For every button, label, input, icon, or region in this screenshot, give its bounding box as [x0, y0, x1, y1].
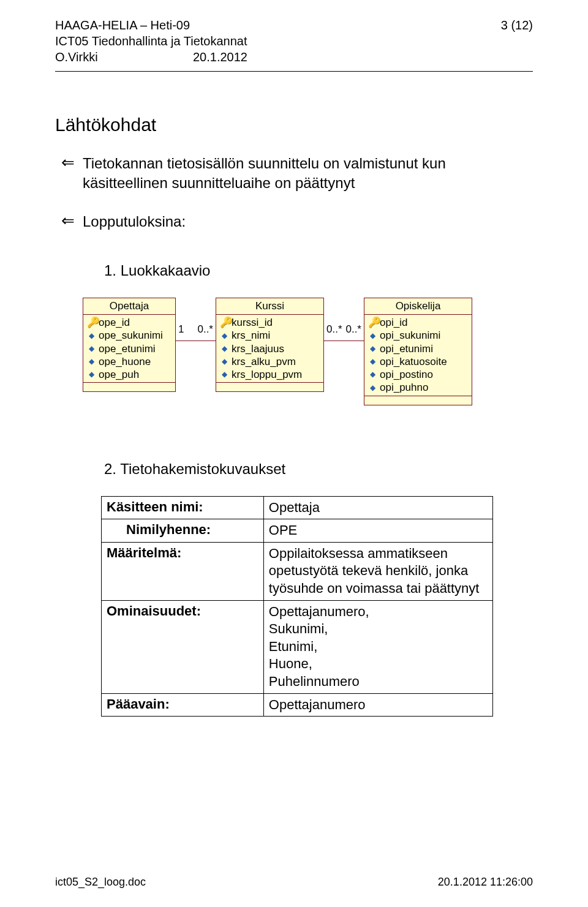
uml-attr-name: krs_alku_pvm — [232, 355, 296, 368]
def-label: Käsitteen nimi: — [102, 496, 264, 519]
uml-class-diagram: Opettaja 🔑 ope_id ◆ope_sukunimi ◆ope_etu… — [55, 298, 533, 405]
uml-attr-name: kurssi_id — [232, 316, 273, 329]
bullet-item: ⇐ Tietokannan tietosisällön suunnittelu … — [83, 154, 533, 194]
uml-attr-name: krs_laajuus — [232, 342, 284, 355]
page-footer: ict05_S2_loog.doc 20.1.2012 11:26:00 — [55, 876, 533, 889]
uml-class-title: Kurssi — [216, 298, 323, 315]
page-header: HAAGA-HELIA – Heti-09 3 (12) ICT05 Tiedo… — [55, 17, 533, 72]
uml-attr: ◆krs_laajuus — [219, 342, 321, 355]
table-row: Nimilyhenne: OPE — [102, 519, 493, 543]
arrow-left-icon: ⇐ — [61, 210, 75, 231]
uml-attr-key: 🔑 opi_id — [367, 316, 469, 329]
uml-attr-name: opi_id — [380, 316, 407, 329]
footer-timestamp: 20.1.2012 11:26:00 — [438, 876, 533, 889]
uml-attr-name: krs_loppu_pvm — [232, 368, 302, 381]
def-label: Määritelmä: — [102, 542, 264, 600]
uml-attr: ◆krs_loppu_pvm — [219, 368, 321, 381]
uml-attr-key: 🔑 kurssi_id — [219, 316, 321, 329]
uml-class-title: Opiskelija — [364, 298, 472, 315]
diamond-icon: ◆ — [87, 357, 96, 366]
uml-attr-key: 🔑 ope_id — [86, 316, 173, 329]
uml-attr-name: ope_etunimi — [99, 342, 156, 355]
uml-attr-name: opi_etunimi — [380, 342, 433, 355]
uml-attr-name: opi_katuosoite — [380, 355, 447, 368]
definition-table: Käsitteen nimi: Opettaja Nimilyhenne: OP… — [101, 496, 493, 717]
table-row: Käsitteen nimi: Opettaja — [102, 496, 493, 519]
numbered-heading-1: 1. Luokkakaavio — [55, 262, 533, 279]
diamond-icon: ◆ — [220, 344, 228, 353]
header-course: ICT05 Tiedonhallinta ja Tietokannat — [55, 33, 533, 49]
section-title: Lähtökohdat — [55, 115, 533, 135]
numbered-heading-2: 2. Tietohakemistokuvaukset — [55, 461, 533, 478]
header-org: HAAGA-HELIA – Heti-09 — [55, 17, 190, 33]
def-value: OPE — [263, 519, 492, 543]
uml-attr: ◆opi_etunimi — [367, 342, 469, 355]
uml-attr: ◆opi_puhno — [367, 381, 469, 394]
uml-attr: ◆ope_huone — [86, 355, 173, 368]
uml-attr-name: opi_postino — [380, 368, 433, 381]
uml-attr-name: ope_id — [99, 316, 130, 329]
bullet-text: Tietokannan tietosisällön suunnittelu on… — [83, 155, 446, 191]
uml-attr-name: ope_sukunimi — [99, 329, 163, 342]
table-row: Määritelmä: Oppilaitoksessa ammatikseen … — [102, 542, 493, 600]
uml-attr-name: krs_nimi — [232, 329, 270, 342]
uml-multiplicity: 0..* — [345, 323, 361, 336]
bullet-text: Lopputuloksina: — [83, 213, 186, 230]
uml-association: 0..* 0..* — [324, 298, 364, 341]
uml-association: 1 0..* — [176, 298, 216, 341]
uml-ops-empty — [364, 396, 472, 405]
key-icon: 🔑 — [87, 316, 96, 329]
header-page-num: 3 (12) — [501, 17, 533, 33]
uml-class-kurssi: Kurssi 🔑 kurssi_id ◆krs_nimi ◆krs_laajuu… — [216, 298, 324, 392]
header-date: 20.1.2012 — [193, 49, 247, 65]
footer-filename: ict05_S2_loog.doc — [55, 876, 146, 889]
uml-attr: ◆krs_alku_pvm — [219, 355, 321, 368]
diamond-icon: ◆ — [220, 357, 228, 366]
table-row: Ominaisuudet: Opettajanumero, Sukunimi, … — [102, 600, 493, 693]
uml-multiplicity: 0..* — [326, 323, 342, 336]
header-author: O.Virkki — [55, 49, 193, 65]
key-icon: 🔑 — [368, 316, 377, 329]
def-label: Ominaisuudet: — [102, 600, 264, 693]
diamond-icon: ◆ — [368, 370, 377, 379]
def-value: Opettaja — [263, 496, 492, 519]
def-value: Opettajanumero — [263, 693, 492, 717]
def-label: Pääavain: — [102, 693, 264, 717]
uml-association-line — [176, 341, 216, 341]
key-icon: 🔑 — [220, 316, 228, 329]
def-value: Oppilaitoksessa ammatikseen opetustyötä … — [263, 542, 492, 600]
uml-class-title: Opettaja — [83, 298, 175, 315]
uml-attr: ◆ope_sukunimi — [86, 329, 173, 342]
diamond-icon: ◆ — [368, 344, 377, 353]
uml-attr: ◆opi_postino — [367, 368, 469, 381]
diamond-icon: ◆ — [368, 383, 377, 393]
uml-attr-name: ope_puh — [99, 368, 139, 381]
table-row: Pääavain: Opettajanumero — [102, 693, 493, 717]
uml-ops-empty — [83, 383, 175, 391]
uml-association-line — [324, 341, 364, 341]
uml-class-opettaja: Opettaja 🔑 ope_id ◆ope_sukunimi ◆ope_etu… — [83, 298, 176, 392]
uml-attr-name: opi_puhno — [380, 381, 428, 394]
uml-attr: ◆opi_sukunimi — [367, 329, 469, 342]
diamond-icon: ◆ — [87, 331, 96, 341]
uml-multiplicity: 1 — [178, 323, 184, 336]
arrow-left-icon: ⇐ — [61, 152, 75, 173]
uml-multiplicity: 0..* — [197, 323, 213, 336]
def-value: Opettajanumero, Sukunimi, Etunimi, Huone… — [263, 600, 492, 693]
diamond-icon: ◆ — [220, 331, 228, 341]
uml-attr: ◆opi_katuosoite — [367, 355, 469, 368]
diamond-icon: ◆ — [87, 344, 96, 353]
uml-attr: ◆ope_etunimi — [86, 342, 173, 355]
diamond-icon: ◆ — [220, 370, 228, 379]
bullet-item: ⇐ Lopputuloksina: — [83, 212, 533, 231]
diamond-icon: ◆ — [368, 357, 377, 366]
diamond-icon: ◆ — [368, 331, 377, 341]
diamond-icon: ◆ — [87, 370, 96, 379]
uml-class-opiskelija: Opiskelija 🔑 opi_id ◆opi_sukunimi ◆opi_e… — [364, 298, 472, 405]
uml-attr: ◆krs_nimi — [219, 329, 321, 342]
uml-attr-name: ope_huone — [99, 355, 151, 368]
def-label: Nimilyhenne: — [102, 519, 264, 543]
uml-ops-empty — [216, 383, 323, 391]
uml-attr-name: opi_sukunimi — [380, 329, 440, 342]
uml-attr: ◆ope_puh — [86, 368, 173, 381]
